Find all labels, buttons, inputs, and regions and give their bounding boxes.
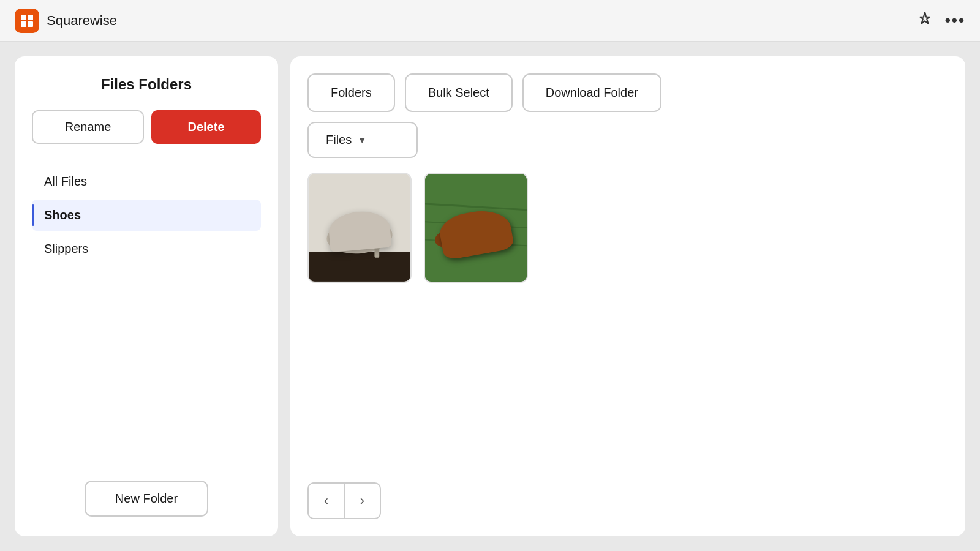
topbar-right: •••	[917, 11, 965, 31]
svg-rect-2	[21, 21, 26, 27]
next-page-button[interactable]: ›	[344, 482, 381, 519]
sidebar-footer: New Folder	[32, 481, 261, 517]
pagination: ‹ ›	[307, 482, 948, 519]
heels-svg	[309, 174, 410, 282]
main-layout: Files Folders Rename Delete All Files Sh…	[0, 42, 980, 551]
svg-rect-14	[454, 216, 483, 232]
sidebar: Files Folders Rename Delete All Files Sh…	[15, 56, 278, 536]
pin-icon[interactable]	[917, 11, 933, 31]
sidebar-title: Files Folders	[32, 76, 261, 93]
bulk-select-button[interactable]: Bulk Select	[405, 73, 513, 112]
files-dropdown[interactable]: Files ▼	[307, 122, 418, 158]
file-card-heels[interactable]	[307, 173, 412, 283]
svg-rect-7	[374, 231, 379, 258]
more-options-icon[interactable]: •••	[945, 11, 965, 30]
oxford-svg	[425, 174, 527, 282]
files-dropdown-label: Files	[326, 133, 352, 147]
svg-rect-8	[425, 174, 527, 282]
files-filter-row: Files ▼	[307, 122, 948, 158]
svg-rect-1	[28, 15, 33, 20]
svg-rect-5	[309, 252, 410, 282]
file-card-oxford[interactable]	[424, 173, 528, 283]
sidebar-item-all-files[interactable]: All Files	[32, 166, 261, 197]
topbar-left: Squarewise	[15, 9, 117, 33]
app-title: Squarewise	[47, 13, 117, 29]
content-toolbar: Folders Bulk Select Download Folder	[307, 73, 948, 112]
sidebar-item-shoes[interactable]: Shoes	[32, 200, 261, 231]
download-folder-button[interactable]: Download Folder	[522, 73, 662, 112]
delete-button[interactable]: Delete	[151, 110, 261, 144]
prev-page-button[interactable]: ‹	[307, 482, 344, 519]
sidebar-actions: Rename Delete	[32, 110, 261, 144]
folders-button[interactable]: Folders	[307, 73, 395, 112]
content-area: Folders Bulk Select Download Folder File…	[290, 56, 965, 536]
sidebar-nav: All Files Shoes Slippers	[32, 166, 261, 461]
files-grid	[307, 168, 948, 473]
topbar: Squarewise •••	[0, 0, 980, 42]
shoe-image-heels	[309, 174, 410, 282]
svg-rect-0	[21, 15, 26, 20]
rename-button[interactable]: Rename	[32, 110, 144, 144]
new-folder-button[interactable]: New Folder	[85, 481, 208, 517]
shoe-image-oxford	[425, 174, 527, 282]
app-logo-icon	[20, 13, 34, 28]
app-icon	[15, 9, 39, 33]
svg-rect-3	[28, 21, 33, 27]
chevron-down-icon: ▼	[358, 135, 366, 145]
sidebar-item-slippers[interactable]: Slippers	[32, 233, 261, 264]
